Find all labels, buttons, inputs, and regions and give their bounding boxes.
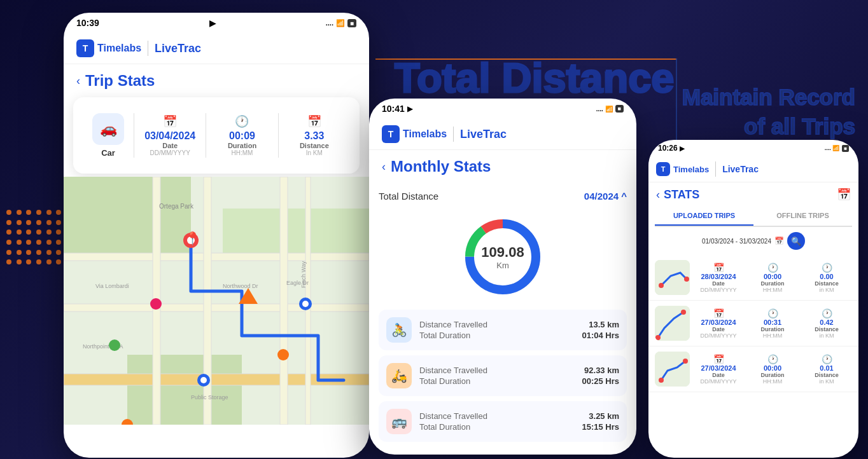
trip-mode-icon-1: 🛵: [386, 363, 412, 388]
date-lbl-0: Date: [712, 280, 725, 287]
page-title-left-3: ‹ STATS: [656, 188, 699, 202]
trip-date-col-2: 📅 27/03/2024 Date DD/MM/YYYY: [693, 354, 744, 385]
trip-duration-col-2: 🕐 00:00 Duration HH:MM: [747, 354, 798, 385]
duration-sub-0: HH:MM: [763, 287, 783, 293]
svg-point-35: [659, 283, 664, 288]
trip-item-0[interactable]: 🚴 Distance Travelled 13.5 km Total Durat…: [379, 310, 627, 350]
dist-val-0: 0.00: [820, 273, 833, 280]
orange-deco-line-h: [375, 58, 677, 60]
svg-text:Eagle Dr: Eagle Dr: [286, 280, 309, 286]
trip-item-1[interactable]: 🛵 Distance Travelled 92.33 km Total Dura…: [379, 355, 627, 396]
search-filter-button[interactable]: 🔍: [787, 232, 805, 250]
status-bar-3: 10:26 ▶ .... 📶 ■: [648, 140, 858, 156]
maintain-record-overlay: Maintain Record of all Trips: [682, 83, 855, 140]
logo-icon-3: T: [656, 162, 670, 176]
svg-text:Northwood Dr: Northwood Dr: [223, 283, 258, 289]
total-distance-header: Total Distance 04/2024 ^: [379, 183, 627, 209]
vehicle-icon: 🚗: [92, 113, 124, 145]
date-icon-0: 📅: [713, 263, 724, 273]
trip-mode-icon-0: 🚴: [386, 317, 412, 343]
thumb-svg-1: [655, 306, 690, 341]
duration-lbl-2: Duration: [761, 372, 785, 378]
trip-stats-title: Trip Stats: [85, 72, 155, 90]
trip-distance-row-0: Distance Travelled 13.5 km: [419, 320, 619, 329]
duration-sublabel: HH:MM: [232, 149, 253, 156]
tab-offline-trips[interactable]: OFFLINE TRIPS: [753, 207, 852, 226]
status-time-2: 10:41: [382, 104, 405, 114]
thumb-svg-0: [655, 260, 690, 295]
timelabs-logo-3: T Timelabs: [656, 162, 709, 176]
tab-uploaded-trips[interactable]: UPLOADED TRIPS: [655, 207, 753, 226]
trip-duration-row-1: Total Duration 00:25 Hrs: [419, 376, 619, 386]
location-pin: 📍: [185, 231, 200, 246]
thumb-svg-2: [655, 352, 690, 387]
monthly-stats-title: Monthly Stats: [391, 158, 491, 175]
svg-rect-1: [64, 177, 191, 253]
duration-icon: 🕐: [235, 114, 249, 128]
date-sublabel: DD/MM/YYYY: [150, 149, 190, 156]
status-time-1: 10:39: [76, 18, 99, 28]
trip-date-col-0: 📅 28/03/2024 Date DD/MM/YYYY: [693, 263, 744, 293]
dist-sub-1: in KM: [819, 332, 834, 339]
calendar-filter-icon: 📅: [774, 236, 784, 245]
map-area: Ortega Park Via Lombardi Finch Way Eagle…: [64, 177, 369, 425]
back-arrow-1[interactable]: ‹: [76, 74, 80, 88]
logo-area-1: T Timelabs LiveTrac: [76, 39, 201, 57]
date-label: Date: [162, 142, 178, 149]
trip-item-2[interactable]: 🚌 Distance Travelled 3.25 km Total Durat…: [379, 401, 627, 442]
date-lbl-1: Date: [712, 326, 725, 332]
status-time-3: 10:26: [658, 144, 678, 153]
status-bar-2: 10:41 ▶ .... 📶 ■: [369, 99, 636, 119]
calendar-icon-3[interactable]: 📅: [837, 188, 851, 202]
distance-icon: 📅: [307, 114, 321, 128]
duration-stat: 🕐 00:09 Duration HH:MM: [206, 109, 277, 161]
date-icon: 📅: [163, 114, 177, 128]
svg-point-27: [109, 339, 120, 351]
map-svg: Ortega Park Via Lombardi Finch Way Eagle…: [64, 177, 369, 425]
duration-value: 00:09: [229, 130, 255, 142]
logo-area-3: T Timelabs LiveTrac: [656, 161, 759, 177]
monthly-content: Total Distance 04/2024 ^ 109.08 Km: [369, 183, 636, 442]
month-badge[interactable]: 04/2024 ^: [584, 191, 627, 202]
phone-trip-stats: 10:39 ▶ .... 📶 ■ T Timelabs LiveTrac ‹ T…: [64, 13, 369, 458]
duration-lbl-0: Duration: [761, 280, 785, 287]
app-header-1: T Timelabs LiveTrac: [64, 33, 369, 64]
stats-trip-row-2[interactable]: 📅 27/03/2024 Date DD/MM/YYYY 🕐 00:00 Dur…: [648, 346, 858, 392]
livetrac-1: LiveTrac: [155, 42, 201, 55]
svg-rect-4: [64, 253, 369, 261]
trip-dist-col-0: 🕐 0.00 Distance in KM: [801, 263, 852, 293]
duration-val-2: 00:00: [764, 364, 781, 372]
donut-unit: Km: [496, 261, 509, 270]
dist-icon-2: 🕐: [822, 354, 832, 364]
date-value: 03/04/2024: [144, 130, 195, 142]
trip-details-0: Distance Travelled 13.5 km Total Duratio…: [419, 319, 619, 341]
trip-thumb-0: [655, 260, 690, 295]
trip-duration-row-0: Total Duration 01:04 Hrs: [419, 331, 619, 340]
logo-area-2: T Timelabs LiveTrac: [382, 125, 507, 143]
back-arrow-2[interactable]: ‹: [382, 160, 386, 174]
date-filter: 01/03/2024 - 31/03/2024 📅 🔍: [648, 227, 858, 255]
livetrac-3: LiveTrac: [722, 164, 759, 174]
stats-trip-row-0[interactable]: 📅 28/03/2024 Date DD/MM/YYYY 🕐 00:00 Dur…: [648, 255, 858, 301]
duration-label: Duration: [228, 142, 256, 149]
svg-point-26: [150, 298, 162, 310]
date-lbl-2: Date: [712, 372, 725, 378]
timelabs-logo-1: T Timelabs: [76, 39, 141, 57]
svg-point-38: [655, 335, 661, 340]
trip-details-2: Distance Travelled 3.25 km Total Duratio…: [419, 410, 619, 433]
dist-val-2: 0.01: [820, 364, 833, 372]
duration-val-1: 00:31: [764, 319, 781, 326]
stats-trip-row-1[interactable]: 📅 27/03/2024 Date DD/MM/YYYY 🕐 00:31 Dur…: [648, 301, 858, 346]
trip-dist-col-2: 🕐 0.01 Distance in KM: [801, 354, 852, 385]
logo-icon-2: T: [382, 125, 400, 143]
back-arrow-3[interactable]: ‹: [656, 188, 660, 202]
vehicle-section: 🚗 Car: [83, 107, 134, 164]
donut-center: 109.08 Km: [461, 216, 544, 298]
loc-arrow-2: ▶: [407, 105, 412, 113]
svg-point-36: [684, 277, 689, 282]
logo-icon-1: T: [76, 39, 94, 57]
dist-lbl-1: Distance: [815, 326, 839, 332]
total-distance-overlay: Total Distance: [395, 54, 674, 102]
stats-tabs: UPLOADED TRIPS OFFLINE TRIPS: [655, 207, 852, 227]
page-title-3: ‹ STATS 📅: [648, 182, 858, 207]
